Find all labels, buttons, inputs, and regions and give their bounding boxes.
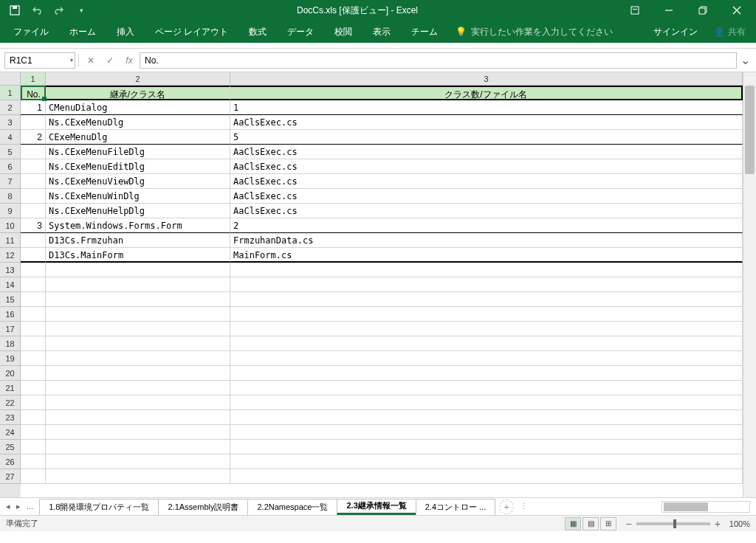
cell[interactable]: [21, 440, 46, 454]
cell[interactable]: [21, 381, 46, 395]
cell[interactable]: [21, 322, 46, 336]
qat-customize[interactable]: ▾: [72, 1, 90, 19]
vertical-scrollbar[interactable]: [743, 72, 756, 497]
row-header[interactable]: 24: [0, 425, 21, 440]
row-header[interactable]: 2: [0, 100, 21, 115]
cell[interactable]: AaClsExec.cs: [230, 174, 743, 189]
cell[interactable]: 1: [230, 100, 743, 115]
cell[interactable]: [21, 233, 46, 248]
enter-formula-button[interactable]: ✓: [101, 52, 119, 69]
cancel-formula-button[interactable]: ✕: [82, 52, 100, 69]
cell[interactable]: [46, 292, 230, 307]
grid[interactable]: No.継承/クラス名クラス数/ファイル名1CMenuDialog1Ns.CExe…: [21, 86, 743, 497]
cell[interactable]: Ns.CExeMenuFileDlg: [46, 145, 230, 159]
select-all-corner[interactable]: [0, 72, 21, 86]
cell[interactable]: AaClsExec.cs: [230, 115, 743, 130]
cell[interactable]: [21, 410, 46, 425]
expand-formula-bar[interactable]: ⌄: [738, 53, 752, 67]
cell[interactable]: D13Cs.Frmzuhan: [46, 233, 230, 248]
zoom-in-button[interactable]: +: [715, 518, 721, 530]
row-header[interactable]: 6: [0, 159, 21, 174]
cell[interactable]: Ns.CExeMenuEditDlg: [46, 159, 230, 174]
ribbon-options-button[interactable]: [619, 0, 651, 21]
cell[interactable]: D13Cs.MainForm: [46, 248, 230, 263]
cell[interactable]: [21, 174, 46, 189]
tab-nav-first[interactable]: ◂: [6, 502, 10, 511]
insert-function-button[interactable]: fx: [120, 52, 138, 69]
row-header[interactable]: 22: [0, 395, 21, 410]
cell[interactable]: AaClsExec.cs: [230, 189, 743, 204]
row-header[interactable]: 18: [0, 336, 21, 351]
header-cell[interactable]: 継承/クラス名: [46, 86, 230, 100]
cell[interactable]: [46, 440, 230, 454]
cell[interactable]: [230, 277, 743, 292]
cell[interactable]: [230, 292, 743, 307]
tab-team[interactable]: チーム: [401, 21, 448, 43]
row-header[interactable]: 20: [0, 366, 21, 381]
name-box[interactable]: R1C1 ▾: [4, 52, 75, 69]
tab-options-icon[interactable]: ⋮: [520, 502, 528, 511]
zoom-out-button[interactable]: −: [625, 518, 631, 530]
normal-view-button[interactable]: ▦: [565, 517, 581, 530]
zoom-level[interactable]: 100%: [729, 519, 750, 528]
zoom-slider[interactable]: [636, 522, 710, 525]
cell[interactable]: CMenuDialog: [46, 100, 230, 115]
cell[interactable]: [46, 322, 230, 336]
cell[interactable]: FrmzuhanData.cs: [230, 233, 743, 248]
cell[interactable]: Ns.CExeMenuDlg: [46, 115, 230, 130]
row-header[interactable]: 13: [0, 263, 21, 277]
cell[interactable]: [21, 204, 46, 218]
worksheet[interactable]: 123 123456789101112131415161718192021222…: [0, 72, 756, 497]
cell[interactable]: [21, 351, 46, 366]
cell[interactable]: [230, 307, 743, 322]
sheet-tab[interactable]: 2.4コントロー ...: [416, 499, 496, 515]
row-header[interactable]: 9: [0, 204, 21, 218]
row-header[interactable]: 23: [0, 410, 21, 425]
cell[interactable]: 1: [21, 100, 46, 115]
tab-view[interactable]: 表示: [362, 21, 401, 43]
cell[interactable]: [230, 263, 743, 277]
cell[interactable]: [46, 351, 230, 366]
row-header[interactable]: 3: [0, 115, 21, 130]
cell[interactable]: [21, 454, 46, 469]
cell[interactable]: [230, 381, 743, 395]
tab-nav-more[interactable]: ...: [27, 502, 33, 511]
tab-nav-prev[interactable]: ▸: [16, 502, 21, 511]
cell[interactable]: Ns.CExeMenuHelpDlg: [46, 204, 230, 218]
tab-review[interactable]: 校閲: [324, 21, 362, 43]
cell[interactable]: [46, 410, 230, 425]
row-header[interactable]: 12: [0, 248, 21, 263]
cell[interactable]: [230, 469, 743, 484]
tab-data[interactable]: データ: [277, 21, 324, 43]
sheet-tab[interactable]: 2.2Namespace一覧: [247, 499, 337, 515]
cell[interactable]: [21, 263, 46, 277]
cell[interactable]: 2: [230, 218, 743, 233]
cell[interactable]: [21, 189, 46, 204]
column-header[interactable]: 2: [46, 72, 230, 86]
restore-button[interactable]: [687, 0, 719, 21]
tab-home[interactable]: ホーム: [59, 21, 106, 43]
cell[interactable]: Ns.CExeMenuWinDlg: [46, 189, 230, 204]
cell[interactable]: 5: [230, 130, 743, 145]
cell[interactable]: [21, 292, 46, 307]
cell[interactable]: [21, 395, 46, 410]
cell[interactable]: [46, 469, 230, 484]
row-header[interactable]: 25: [0, 440, 21, 454]
sheet-tab[interactable]: 1.8開発環境プロパティ一覧: [39, 499, 159, 515]
minimize-button[interactable]: [653, 0, 685, 21]
cell[interactable]: [21, 366, 46, 381]
cell[interactable]: Ns.CExeMenuViewDlg: [46, 174, 230, 189]
cell[interactable]: [21, 469, 46, 484]
cell[interactable]: 2: [21, 130, 46, 145]
row-header[interactable]: 5: [0, 145, 21, 159]
row-header[interactable]: 1: [0, 86, 21, 100]
cell[interactable]: [46, 277, 230, 292]
row-header[interactable]: 7: [0, 174, 21, 189]
header-cell[interactable]: No.: [21, 86, 46, 100]
column-header[interactable]: 1: [21, 72, 46, 86]
formula-input[interactable]: No.: [140, 52, 737, 69]
cell[interactable]: [46, 454, 230, 469]
cell[interactable]: [21, 159, 46, 174]
cell[interactable]: AaClsExec.cs: [230, 159, 743, 174]
cell[interactable]: MainForm.cs: [230, 248, 743, 263]
